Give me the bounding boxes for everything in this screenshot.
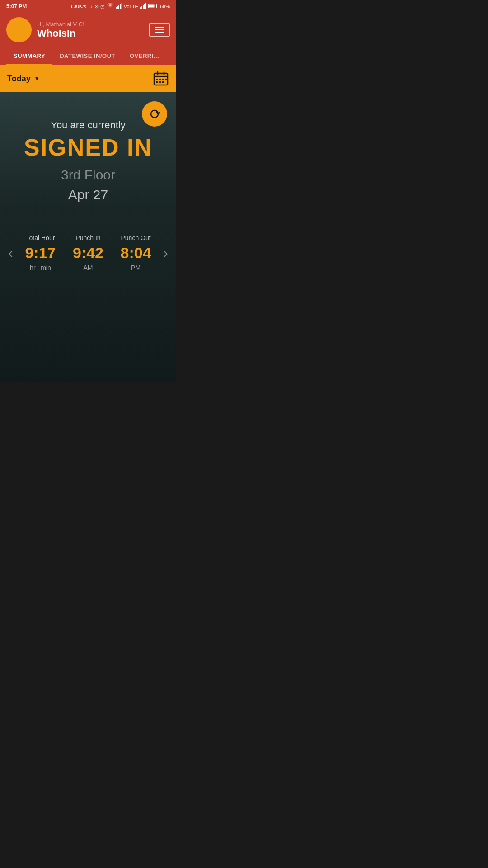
- signed-in-status: SIGNED IN: [9, 134, 167, 161]
- signal2-icon: [140, 3, 146, 9]
- clock-icon: ◷: [100, 4, 105, 9]
- header-left: Hi, Mathanlal V C! WhoIsIn: [6, 17, 84, 42]
- tabs-container: SUMMARY DATEWISE IN/OUT OVERRI...: [6, 48, 170, 65]
- tab-datewise[interactable]: DATEWISE IN/OUT: [52, 48, 122, 65]
- hamburger-line-3: [155, 32, 164, 33]
- network-speed: 3.00K/s: [69, 4, 86, 9]
- svg-rect-9: [145, 3, 146, 9]
- greeting-text: Hi, Mathanlal V C!: [37, 21, 84, 28]
- svg-rect-1: [117, 6, 118, 9]
- calendar-icon: [153, 71, 169, 87]
- svg-rect-3: [120, 4, 121, 9]
- hamburger-line-2: [155, 29, 164, 30]
- punch-in-stat: Punch In 9:42 AM: [64, 234, 112, 271]
- battery-icon: [148, 3, 158, 9]
- punch-in-value: 9:42: [64, 245, 112, 260]
- app-name: WhoIsIn: [37, 28, 84, 39]
- punch-in-unit: AM: [64, 264, 112, 271]
- date-selector[interactable]: Today ▼: [7, 74, 40, 84]
- punch-out-value: 8:04: [112, 245, 160, 260]
- svg-rect-4: [121, 3, 122, 9]
- currently-label: You are currently: [9, 119, 167, 131]
- main-content: You are currently SIGNED IN 3rd Floor Ap…: [0, 92, 176, 382]
- status-time: 5:07 PM: [6, 3, 27, 9]
- chevron-down-icon: ▼: [34, 75, 40, 82]
- hamburger-button[interactable]: [149, 23, 170, 37]
- calendar-button[interactable]: [153, 71, 169, 87]
- total-hour-unit: hr : min: [17, 264, 65, 271]
- punch-out-unit: PM: [112, 264, 160, 271]
- status-indicators: 3.00K/s ☽ ⊙ ◷ VoLTE: [69, 3, 170, 9]
- svg-rect-2: [118, 5, 119, 9]
- svg-rect-21: [159, 81, 161, 83]
- hamburger-line-1: [155, 27, 164, 28]
- wifi-icon: [107, 3, 114, 9]
- prev-arrow-button[interactable]: ‹: [5, 240, 17, 266]
- svg-rect-0: [116, 7, 117, 9]
- punch-in-label: Punch In: [64, 234, 112, 241]
- svg-rect-19: [162, 79, 164, 80]
- tab-override[interactable]: OVERRI...: [122, 48, 166, 65]
- moon-icon: ☽: [88, 4, 93, 9]
- svg-rect-8: [144, 4, 145, 9]
- stats-section: ‹ Total Hour 9:17 hr : min Punch In 9:42…: [5, 234, 172, 271]
- status-bar: 5:07 PM 3.00K/s ☽ ⊙ ◷ VoLTE: [0, 0, 176, 13]
- svg-rect-6: [141, 6, 142, 9]
- refresh-button[interactable]: [142, 101, 167, 127]
- svg-rect-22: [162, 81, 164, 83]
- date-text: Apr 27: [9, 187, 167, 203]
- stats-grid: Total Hour 9:17 hr : min Punch In 9:42 A…: [17, 234, 160, 271]
- date-bar: Today ▼: [0, 65, 176, 92]
- refresh-icon: [148, 108, 161, 120]
- volte-label: VoLTE: [124, 4, 138, 9]
- svg-rect-20: [156, 81, 158, 83]
- total-hour-value: 9:17: [17, 245, 65, 260]
- date-label: Today: [7, 74, 31, 84]
- signal-icon: [116, 3, 122, 9]
- svg-rect-23: [165, 79, 167, 80]
- alarm-icon: ⊙: [94, 4, 99, 9]
- location-text: 3rd Floor: [9, 167, 167, 183]
- header-text: Hi, Mathanlal V C! WhoIsIn: [37, 21, 84, 39]
- punch-out-stat: Punch Out 8:04 PM: [112, 234, 160, 271]
- svg-rect-18: [159, 79, 161, 80]
- battery-percent: 68%: [160, 4, 170, 9]
- svg-rect-13: [154, 73, 168, 77]
- header: Hi, Mathanlal V C! WhoIsIn SUMMARY DATEW…: [0, 13, 176, 65]
- total-hour-stat: Total Hour 9:17 hr : min: [17, 234, 65, 271]
- header-top: Hi, Mathanlal V C! WhoIsIn: [6, 17, 170, 48]
- tab-summary[interactable]: SUMMARY: [6, 48, 52, 65]
- svg-rect-11: [149, 5, 154, 8]
- total-hour-label: Total Hour: [17, 234, 65, 241]
- next-arrow-button[interactable]: ›: [160, 240, 172, 266]
- punch-out-label: Punch Out: [112, 234, 160, 241]
- avatar: [6, 17, 32, 42]
- svg-rect-7: [143, 5, 144, 9]
- svg-rect-5: [140, 7, 141, 9]
- svg-rect-17: [156, 79, 158, 80]
